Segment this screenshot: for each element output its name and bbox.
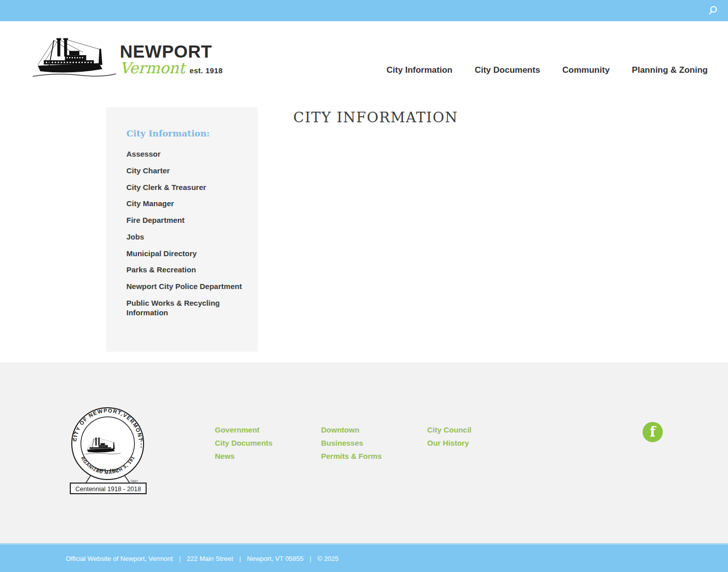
footer-link-government[interactable]: Government [215,423,321,437]
site-header: NEWPORT Vermont est. 1918 City Informati… [0,21,728,88]
nav-item-community[interactable]: Community [562,66,610,74]
city-seal: CITY OF NEWPORT,VERMONT * * * * * * Lady… [69,407,148,495]
sidebar-item-city-manager[interactable]: City Manager [126,199,174,209]
list-item: Parks & Recreation [126,265,248,275]
city-state-zip: Newport, VT 05855 [247,555,304,562]
list-item: City Clerk & Treasurer [126,183,248,193]
separator: | [179,555,180,562]
search-button[interactable] [705,3,721,19]
main-nav: City Information City Documents Communit… [387,66,708,74]
seal-ornament-left: * * * [72,432,77,440]
sidebar-item-police-department[interactable]: Newport City Police Department [126,282,242,292]
steamboat-logo-icon [32,37,117,79]
logo-state-name: Vermont [120,60,185,76]
seal-banner-text: Centennial 1918 - 2018 [75,486,141,493]
logo-city-name: NEWPORT [120,42,223,60]
sidebar-item-public-works-recycling[interactable]: Public Works & Recycling Information [126,299,243,318]
list-item: Assessor [126,150,248,159]
footer-link-city-documents[interactable]: City Documents [215,437,321,450]
list-item: City Manager [126,199,248,209]
logo-text: NEWPORT Vermont est. 1918 [120,42,223,76]
seal-ornament-right: * * * [138,440,143,448]
search-icon [708,6,718,16]
copyright: © 2025 [317,555,339,562]
separator: | [309,555,311,562]
seal-boat-label: Lady of the Lake [69,407,70,408]
main-content: City Information: Assessor City Charter … [0,88,728,362]
footer-column-council: City Council Our History [427,423,533,463]
facebook-icon: f [650,425,656,439]
footer-link-city-council[interactable]: City Council [427,423,533,437]
bottom-bar: Official Website of Newport, Vermont | 2… [0,543,728,572]
sidebar-item-jobs[interactable]: Jobs [126,232,144,242]
list-item: Public Works & Recycling Information [126,299,248,318]
facebook-button[interactable]: f [643,422,663,442]
list-item: City Charter [126,166,248,176]
official-site-label: Official Website of Newport, Vermont [66,555,173,562]
street-address: 222 Main Street [187,555,233,562]
sidebar-list: Assessor City Charter City Clerk & Treas… [126,150,248,317]
nav-item-city-documents[interactable]: City Documents [475,66,540,74]
footer-link-permits-forms[interactable]: Permits & Forms [321,450,427,463]
sidebar-item-city-charter[interactable]: City Charter [126,166,170,176]
footer-column-government: Government City Documents News [215,423,321,463]
footer-link-businesses[interactable]: Businesses [321,437,427,450]
city-information-sidebar: City Information: Assessor City Charter … [106,107,258,352]
footer-link-columns: Government City Documents News Downtown … [215,423,533,463]
topbar [0,0,728,21]
site-footer: CITY OF NEWPORT,VERMONT * * * * * * Lady… [0,362,728,543]
svg-text:Lady of the Lake: Lady of the Lake [69,407,70,408]
separator: | [239,555,241,562]
footer-link-our-history[interactable]: Our History [427,437,533,450]
list-item: Jobs [126,232,248,242]
sidebar-heading: City Information: [126,128,248,138]
list-item: Municipal Directory [126,249,248,259]
sidebar-item-parks-recreation[interactable]: Parks & Recreation [126,265,196,275]
sidebar-item-fire-department[interactable]: Fire Department [126,216,185,225]
nav-item-city-information[interactable]: City Information [387,66,452,74]
footer-link-news[interactable]: News [215,450,321,463]
list-item: Newport City Police Department [126,282,248,292]
page-title: CITY INFORMATION [293,109,458,126]
nav-item-planning-zoning[interactable]: Planning & Zoning [632,66,708,74]
logo-established: est. 1918 [190,67,223,75]
footer-column-downtown: Downtown Businesses Permits & Forms [321,423,427,463]
sidebar-item-municipal-directory[interactable]: Municipal Directory [126,249,197,259]
footer-link-downtown[interactable]: Downtown [321,423,427,437]
sidebar-item-city-clerk-treasurer[interactable]: City Clerk & Treasurer [126,183,206,193]
seal-small-copyright: ©2017 [130,480,138,483]
sidebar-item-assessor[interactable]: Assessor [126,150,161,159]
site-logo[interactable]: NEWPORT Vermont est. 1918 [32,27,223,88]
list-item: Fire Department [126,216,248,225]
